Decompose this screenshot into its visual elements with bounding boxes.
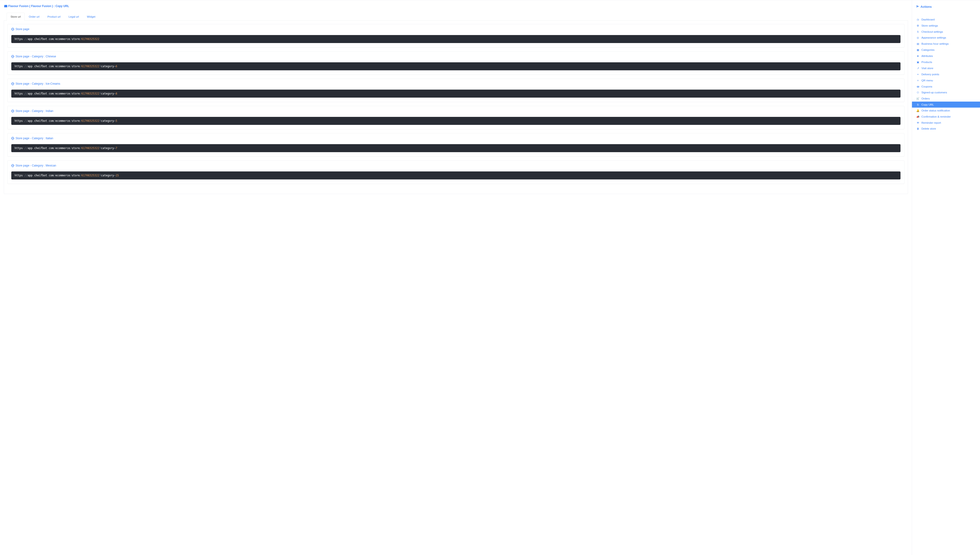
url-card-title: Store page - Category : Italian: [16, 136, 53, 140]
url-card-title: Store page - Category : Chinese: [16, 55, 56, 58]
url-card-body: https://app.cheifbot.com/ecommerce/store…: [8, 61, 904, 75]
sidebar-item-order-status-notification[interactable]: 🔔Order status notification: [912, 107, 980, 114]
url-param-name: category: [101, 65, 114, 68]
url-codeblock[interactable]: https://app.cheifbot.com/ecommerce/store…: [11, 35, 900, 43]
url-host-part: com: [49, 146, 54, 150]
sidebar-item-orders[interactable]: 🛒Orders: [912, 95, 980, 102]
sidebar-item-label: QR menu: [921, 79, 933, 82]
globe-icon: [11, 28, 14, 30]
url-card-body: https://app.cheifbot.com/ecommerce/store…: [8, 142, 904, 156]
url-param-name: category: [101, 174, 114, 177]
sidebar-item-qr-menu[interactable]: ⌗QR menu: [912, 77, 980, 83]
ticket-icon: 🎟: [916, 85, 919, 88]
sidebar-item-reminder-report[interactable]: 👁Reminder report: [912, 120, 980, 125]
url-scheme: https: [14, 65, 23, 68]
sidebar-item-store-settings[interactable]: ⚙Store settings: [912, 22, 980, 29]
sidebar-item-attributes[interactable]: ★Attributes: [912, 53, 980, 59]
url-segment: ecommerce: [55, 92, 70, 95]
url-codeblock[interactable]: https://app.cheifbot.com/ecommerce/store…: [11, 117, 900, 125]
url-slash: /: [80, 119, 82, 122]
sidebar-item-products[interactable]: ▣Products: [912, 59, 980, 65]
sidebar-item-label: Visit store: [921, 67, 933, 70]
sidebar-item-signed-up-customers[interactable]: ⚇Signed-up customers: [912, 89, 980, 95]
actions-sidebar: Actions ◷Dashboard⚙Store settings⎘Checko…: [912, 0, 980, 555]
sidebar-item-confirmation-reminder[interactable]: 📣Confirmation & reminder: [912, 114, 980, 120]
megaphone-icon: 📣: [916, 115, 919, 118]
url-host-part: app: [27, 174, 32, 177]
url-card-header: Store page - Category : Ice-Creams: [8, 79, 904, 88]
sidebar-item-label: Order status notification: [921, 109, 950, 112]
sidebar-item-label: Appearance settings: [921, 36, 946, 39]
url-sep: ://: [23, 174, 28, 177]
breadcrumb-paren-open: (: [29, 5, 30, 8]
sidebar-item-label: Reminder report: [921, 121, 941, 124]
tab-widget[interactable]: Widget: [83, 13, 99, 21]
actions-title: Actions: [912, 4, 980, 12]
url-segment: store: [72, 92, 80, 95]
sidebar-item-appearance-settings[interactable]: ◎Appearance settings: [912, 35, 980, 41]
url-scheme: https: [14, 174, 23, 177]
url-segment: store: [72, 119, 80, 122]
url-segment: store: [72, 174, 80, 177]
url-card-body: https://app.cheifbot.com/ecommerce/store…: [8, 88, 904, 102]
url-segment: store: [72, 37, 80, 41]
url-sep: ://: [23, 92, 28, 95]
sidebar-item-label: Signed-up customers: [921, 91, 947, 94]
url-codeblock[interactable]: https://app.cheifbot.com/ecommerce/store…: [11, 172, 900, 180]
url-card: Store page - Category : Italianhttps://a…: [7, 133, 905, 157]
url-codeblock[interactable]: https://app.cheifbot.com/ecommerce/store…: [11, 62, 900, 70]
sidebar-item-checkout-settings[interactable]: ⎘Checkout settings: [912, 29, 980, 35]
url-host-part: app: [27, 65, 32, 68]
globe-icon: [11, 137, 14, 140]
sidebar-item-delete-store[interactable]: 🗑Delete store: [912, 125, 980, 132]
sidebar-item-coupons[interactable]: 🎟Coupons: [912, 83, 980, 89]
url-codeblock[interactable]: https://app.cheifbot.com/ecommerce/store…: [11, 90, 900, 98]
sidebar-item-dashboard[interactable]: ◷Dashboard: [912, 16, 980, 22]
url-host-part: com: [49, 65, 54, 68]
url-param-name: category: [101, 146, 114, 150]
sidebar-item-delivery-points[interactable]: ⌖Delivery points: [912, 71, 980, 77]
url-param-value: 5: [115, 119, 117, 122]
globe-icon: [11, 164, 14, 167]
tab-product-url[interactable]: Product url: [43, 13, 65, 21]
sidebar-item-label: Delivery points: [921, 73, 939, 76]
sidebar-item-copy-url[interactable]: ⎘Copy URL: [912, 102, 980, 107]
sidebar-item-label: Categories: [921, 48, 935, 51]
url-card-header: Store page - Category : Mexican: [8, 160, 904, 170]
url-codeblock[interactable]: https://app.cheifbot.com/ecommerce/store…: [11, 144, 900, 152]
sidebar-item-visit-store[interactable]: ↗Visit store: [912, 65, 980, 71]
url-card: Store page - Category : Mexicanhttps://a…: [7, 160, 905, 184]
tab-store-url[interactable]: Store url: [6, 13, 25, 21]
url-card-header: Store page - Category : Chinese: [8, 51, 904, 61]
url-card: Store page - Category : Ice-Creamshttps:…: [7, 79, 905, 102]
sidebar-item-business-hour-settings[interactable]: ▤Business hour settings: [912, 41, 980, 47]
url-card-body: https://app.cheifbot.com/ecommerce/store…: [8, 115, 904, 129]
url-card: Store page - Category : Chinesehttps://a…: [7, 51, 905, 75]
tab-legal-url[interactable]: Legal url: [64, 13, 83, 21]
bell-icon: 🔔: [916, 109, 919, 112]
url-card-body: https://app.cheifbot.com/ecommerce/store…: [8, 33, 904, 47]
breadcrumb-paren-colon: ) :: [52, 5, 55, 8]
url-host-part: com: [49, 92, 54, 95]
url-segment: store: [72, 146, 80, 150]
star-icon: ★: [916, 55, 919, 58]
url-host-part: app: [27, 37, 32, 41]
url-slash: /: [80, 92, 82, 95]
url-card-header: Store page: [8, 24, 904, 33]
sidebar-item-categories[interactable]: ▦Categories: [912, 47, 980, 53]
url-host-part: com: [49, 37, 54, 41]
url-host-part: cheifbot: [34, 92, 47, 95]
url-card-header: Store page - Category : Indian: [8, 106, 904, 115]
grid-icon: ▦: [916, 48, 919, 51]
calendar-icon: ▤: [916, 42, 919, 45]
globe-icon: [11, 55, 14, 58]
tab-order-url[interactable]: Order url: [25, 13, 43, 21]
url-host-part: com: [49, 119, 54, 122]
url-store-id: 61708325322: [82, 119, 99, 122]
url-segment: ecommerce: [55, 119, 70, 122]
url-segment: ecommerce: [55, 146, 70, 150]
gear-icon: ⚙: [916, 24, 919, 27]
breadcrumb-store-1[interactable]: Flavour Fusion: [8, 5, 29, 8]
url-param-value: 15: [115, 174, 119, 177]
breadcrumb-store-2[interactable]: Flavour Fusion: [31, 5, 51, 8]
